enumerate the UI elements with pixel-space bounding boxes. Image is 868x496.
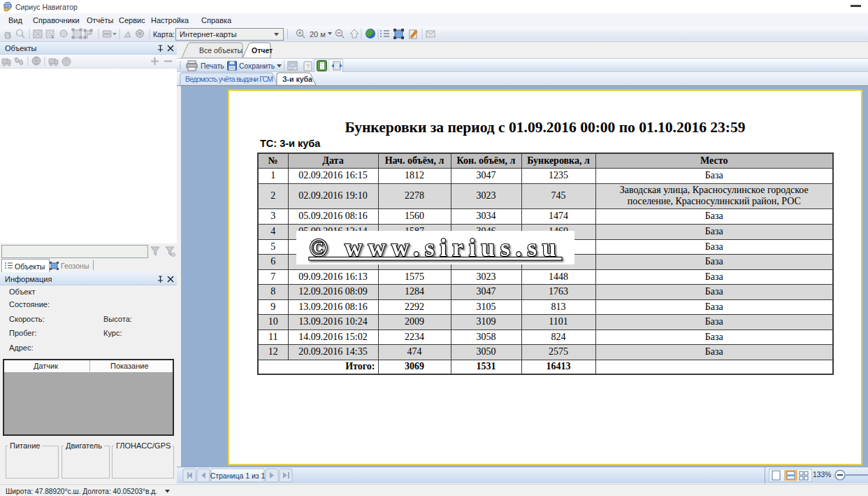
svg-text:З-и куба: З-и куба [282,75,312,83]
svg-text:Отчет: Отчет [252,46,273,55]
svg-text:© www.sirius.su: © www.sirius.su [309,234,561,262]
svg-text:Страница 1 из 1: Страница 1 из 1 [210,472,266,480]
svg-text:Все объекты: Все объекты [199,46,243,55]
svg-text:?: ? [306,63,310,70]
svg-text:Ведомость учёта выдачи ГСМ: Ведомость учёта выдачи ГСМ [185,75,273,83]
